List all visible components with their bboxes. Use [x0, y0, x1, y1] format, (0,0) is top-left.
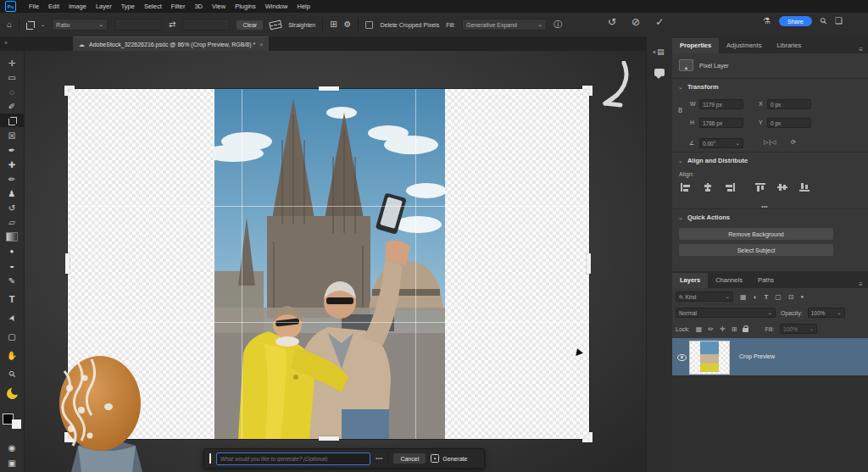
history-brush-tool[interactable]: ↺ [0, 201, 24, 214]
canvas-area[interactable]: ••• Cancel ✦ Generate [24, 51, 646, 472]
home-icon[interactable]: ⌂ [7, 20, 12, 29]
panel-menu-icon[interactable]: ≡ [859, 46, 868, 53]
more-options-icon[interactable]: ••• [376, 455, 382, 462]
move-tool[interactable]: ✛ [0, 56, 24, 69]
blur-tool[interactable]: ● [0, 244, 24, 258]
layer-row-crop-preview[interactable]: Crop Preview [672, 338, 868, 375]
layer-name[interactable]: Crop Preview [739, 353, 775, 359]
filter-shape-icon[interactable]: ▢ [775, 293, 782, 301]
lock-artboard-icon[interactable]: ⊞ [732, 325, 737, 333]
crop-handle-left[interactable] [65, 253, 70, 274]
shape-tool[interactable]: ▢ [0, 330, 24, 343]
document-tab[interactable]: ☁ AdobeStock_322626216.psdc @ 86% (Crop … [73, 36, 269, 52]
collapse-panels-icon[interactable]: « ▤ [653, 48, 664, 56]
crop-handle-bottom-right[interactable] [582, 432, 593, 442]
menu-view[interactable]: View [212, 3, 225, 10]
blend-mode-select[interactable]: Normal⌄ [676, 308, 776, 318]
brush-tool[interactable]: ✏ [0, 172, 24, 186]
chevron-down-icon[interactable]: ⌄ [41, 22, 45, 27]
menu-file[interactable]: File [29, 3, 39, 10]
menu-window[interactable]: Window [265, 3, 288, 10]
swap-dimensions-icon[interactable]: ⇄ [169, 20, 175, 29]
grid-overlay-icon[interactable]: ⊞ [330, 20, 337, 29]
cancel-crop-icon[interactable]: ⊘ [632, 17, 640, 27]
quick-selection-tool[interactable]: ✐ [0, 99, 24, 113]
gradient-tool[interactable] [0, 230, 24, 243]
clear-button[interactable]: Clear [236, 20, 263, 30]
crop-height-input[interactable] [182, 19, 230, 31]
lock-transparency-icon[interactable]: ▦ [696, 325, 703, 333]
link-dimensions-icon[interactable]: 8 [678, 106, 682, 114]
straighten-label[interactable]: Straighten [288, 22, 315, 28]
menu-layer[interactable]: Layer [96, 3, 112, 10]
dodge-tool[interactable]: ◒ [0, 258, 24, 272]
filter-smart-object-icon[interactable]: ⊡ [788, 293, 794, 301]
filter-image-icon[interactable]: ▦ [740, 293, 747, 301]
layer-visibility-eye-icon[interactable] [677, 354, 687, 361]
tab-layers[interactable]: Layers [672, 273, 708, 288]
lock-all-icon[interactable] [743, 328, 748, 332]
tab-paths[interactable]: Paths [750, 273, 782, 288]
height-field[interactable]: 1766 px [699, 118, 743, 128]
comments-icon[interactable] [654, 69, 665, 76]
color-swatches[interactable] [0, 411, 24, 433]
eyedropper-tool[interactable]: ✒ [0, 143, 24, 157]
x-field[interactable]: 0 px [767, 99, 811, 109]
select-subject-button[interactable]: Select Subject [679, 244, 833, 256]
prompt-input[interactable] [216, 453, 370, 465]
clone-stamp-tool[interactable]: ♟ [0, 186, 24, 200]
rotate-icon[interactable]: ⟳ [791, 139, 796, 146]
filter-adjustment-icon[interactable]: ◐ [754, 293, 758, 301]
menu-3d[interactable]: 3D [194, 3, 203, 10]
share-button[interactable]: Share [779, 16, 812, 26]
filter-kind-select[interactable]: ⚲ Kind ⌄ [676, 292, 733, 302]
frame-tool[interactable]: ☒ [0, 129, 24, 142]
commit-crop-icon[interactable]: ✓ [655, 17, 664, 27]
lasso-tool[interactable]: ◌ [0, 85, 24, 98]
menu-help[interactable]: Help [297, 3, 309, 10]
zoom-tool[interactable]: ⚲ [0, 360, 25, 386]
marquee-tool[interactable]: ▭ [0, 70, 24, 84]
tab-adjustments[interactable]: Adjustments [719, 38, 769, 53]
pen-tool[interactable]: ✎ [0, 274, 24, 287]
align-left-icon[interactable] [681, 183, 691, 192]
y-field[interactable]: 0 px [767, 118, 811, 128]
generate-button[interactable]: ✦ Generate [431, 454, 467, 463]
menu-image[interactable]: Image [69, 3, 86, 10]
crop-tool[interactable] [0, 114, 24, 127]
flip-horizontal-icon[interactable]: ▷∣◁ [764, 139, 776, 146]
crop-width-input[interactable] [114, 19, 162, 31]
fill-mode-select[interactable]: Generative Expand⌄ [462, 19, 547, 31]
quick-mask-button[interactable]: ◉ [0, 441, 24, 454]
align-bottom-icon[interactable] [799, 183, 810, 192]
healing-brush-tool[interactable]: ✚ [0, 158, 24, 171]
align-middle-v-icon[interactable] [777, 183, 787, 192]
info-icon[interactable]: ⓘ [554, 20, 562, 29]
menu-select[interactable]: Select [144, 3, 162, 10]
crop-handle-top-left[interactable] [64, 86, 75, 96]
cancel-button[interactable]: Cancel [393, 453, 426, 464]
reset-crop-icon[interactable]: ↺ [608, 17, 616, 27]
gear-icon[interactable]: ⚙ [344, 20, 352, 29]
path-selection-tool[interactable]: ➤ [1, 304, 23, 331]
menu-type[interactable]: Type [121, 3, 135, 10]
width-field[interactable]: 1179 px [699, 99, 743, 109]
eraser-tool[interactable]: ▱ [0, 215, 24, 229]
panel-menu-icon[interactable]: ≡ [859, 280, 868, 288]
angle-field[interactable]: 0.00°⌄ [699, 138, 743, 148]
expand-panels-icon[interactable]: » [4, 40, 8, 46]
straighten-icon[interactable] [269, 19, 282, 30]
opacity-field[interactable]: 100%⌄ [808, 308, 845, 318]
crop-handle-top[interactable] [319, 86, 339, 91]
lock-position-icon[interactable]: ✛ [720, 325, 726, 333]
beta-flask-icon[interactable]: ⚗ [763, 17, 771, 25]
tab-libraries[interactable]: Libraries [769, 38, 809, 53]
fill-field[interactable]: 100%⌄ [780, 324, 817, 334]
collapse-chevron-icon[interactable]: ⌄ [678, 84, 683, 91]
align-center-h-icon[interactable] [703, 183, 713, 192]
hand-tool[interactable]: ✋ [0, 348, 24, 362]
close-tab-icon[interactable]: × [259, 42, 263, 47]
remove-background-button[interactable]: Remove Background [679, 228, 833, 240]
workspace-icon[interactable]: ❏ [835, 17, 843, 25]
filter-toggle-icon[interactable]: ● [801, 294, 804, 299]
